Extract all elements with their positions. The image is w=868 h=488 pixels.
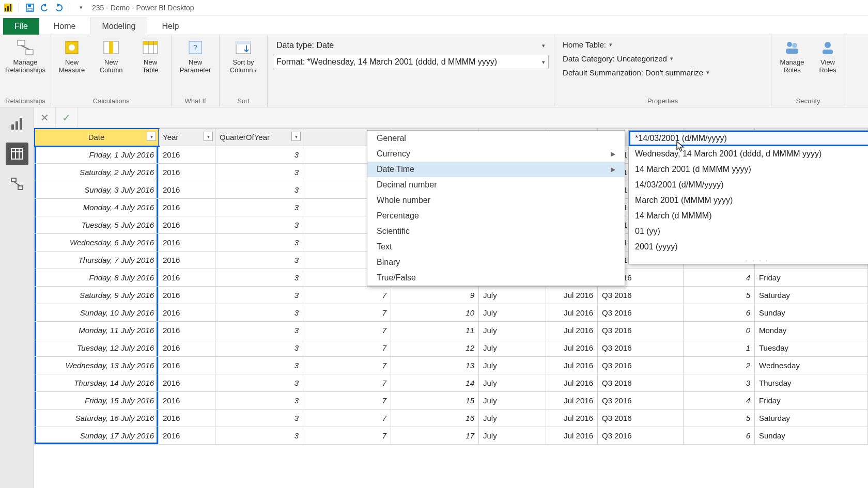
- cell-date[interactable]: Tuesday, 12 July 2016: [35, 339, 159, 357]
- cell[interactable]: Friday: [755, 392, 868, 410]
- cell[interactable]: 7: [303, 322, 391, 339]
- cell-quarter[interactable]: 3: [215, 392, 303, 410]
- format-menu-item[interactable]: Date Time▶: [367, 162, 625, 177]
- cell-date[interactable]: Friday, 1 July 2016: [35, 146, 159, 164]
- cell[interactable]: 4: [684, 392, 755, 410]
- new-table-button[interactable]: New Table: [135, 38, 166, 74]
- cell-quarter[interactable]: 3: [215, 164, 303, 181]
- table-row[interactable]: Saturday, 16 July 201620163716JulyJul 20…: [35, 410, 868, 427]
- cell-quarter[interactable]: 3: [215, 322, 303, 339]
- cell[interactable]: Q3 2016: [598, 322, 684, 339]
- cell[interactable]: Q3 2016: [598, 339, 684, 357]
- format-menu-item[interactable]: True/False: [367, 270, 625, 286]
- table-row[interactable]: Saturday, 9 July 20162016379JulyJul 2016…: [35, 287, 868, 304]
- cell[interactable]: 7: [303, 339, 391, 357]
- sort-by-column-button[interactable]: Sort by Column: [225, 38, 262, 74]
- cell[interactable]: Jul 2016: [546, 427, 598, 445]
- data-type-dropdown[interactable]: Data type: Date▾: [273, 38, 549, 53]
- tab-modeling[interactable]: Modeling: [90, 18, 147, 35]
- cell-date[interactable]: Wednesday, 6 July 2016: [35, 234, 159, 251]
- cell[interactable]: Thursday: [755, 374, 868, 392]
- column-header-year[interactable]: Year▾: [159, 129, 215, 146]
- cell[interactable]: 0: [684, 322, 755, 339]
- date-format-option[interactable]: March 2001 (MMMM yyyy): [629, 193, 868, 208]
- table-row[interactable]: Tuesday, 12 July 201620163712JulyJul 201…: [35, 339, 868, 357]
- cell[interactable]: 4: [684, 269, 755, 287]
- format-dropdown[interactable]: Format: *Wednesday, 14 March 2001 (dddd,…: [273, 55, 549, 69]
- cell-date[interactable]: Monday, 4 July 2016: [35, 199, 159, 216]
- cell[interactable]: Monday: [755, 322, 868, 339]
- cell[interactable]: July: [479, 304, 546, 322]
- cell-date[interactable]: Thursday, 7 July 2016: [35, 251, 159, 269]
- cell[interactable]: 7: [303, 427, 391, 445]
- qat-customize-icon[interactable]: ▾: [76, 3, 86, 12]
- cell[interactable]: Q3 2016: [598, 287, 684, 304]
- date-format-option[interactable]: *14/03/2001 (d/MM/yyyy): [629, 131, 868, 146]
- cell[interactable]: 7: [303, 287, 391, 304]
- cell-quarter[interactable]: 3: [215, 216, 303, 234]
- data-category-dropdown[interactable]: Data Category: Uncategorized▾: [560, 52, 766, 65]
- formula-cancel-button[interactable]: ✕: [34, 107, 56, 128]
- cell[interactable]: Jul 2016: [546, 287, 598, 304]
- date-format-option[interactable]: 2001 (yyyy): [629, 239, 868, 255]
- cell[interactable]: July: [479, 322, 546, 339]
- cell-quarter[interactable]: 3: [215, 181, 303, 199]
- cell[interactable]: Jul 2016: [546, 410, 598, 427]
- cell[interactable]: Wednesday: [755, 357, 868, 374]
- table-row[interactable]: Friday, 15 July 201620163715JulyJul 2016…: [35, 392, 868, 410]
- cell-quarter[interactable]: 3: [215, 269, 303, 287]
- column-header-quarter[interactable]: QuarterOfYear▾: [215, 129, 303, 146]
- format-menu-item[interactable]: General: [367, 131, 625, 146]
- table-row[interactable]: Sunday, 17 July 201620163717JulyJul 2016…: [35, 427, 868, 445]
- cell[interactable]: Saturday: [755, 410, 868, 427]
- view-roles-button[interactable]: View Roles: [816, 38, 840, 74]
- table-row[interactable]: Monday, 11 July 201620163711JulyJul 2016…: [35, 322, 868, 339]
- cell-date[interactable]: Wednesday, 13 July 2016: [35, 357, 159, 374]
- default-summarization-dropdown[interactable]: Default Summarization: Don't summarize▾: [560, 66, 766, 79]
- cell-year[interactable]: 2016: [159, 199, 215, 216]
- cell-quarter[interactable]: 3: [215, 357, 303, 374]
- cell-quarter[interactable]: 3: [215, 251, 303, 269]
- cell[interactable]: 17: [391, 427, 479, 445]
- cell[interactable]: 10: [391, 304, 479, 322]
- cell[interactable]: 7: [303, 374, 391, 392]
- cell[interactable]: 7: [303, 304, 391, 322]
- format-type-menu[interactable]: GeneralCurrency▶Date Time▶Decimal number…: [367, 130, 625, 286]
- cell-date[interactable]: Monday, 11 July 2016: [35, 322, 159, 339]
- cell-date[interactable]: Saturday, 16 July 2016: [35, 410, 159, 427]
- formula-commit-button[interactable]: ✓: [56, 107, 78, 128]
- cell-year[interactable]: 2016: [159, 251, 215, 269]
- cell-date[interactable]: Tuesday, 5 July 2016: [35, 216, 159, 234]
- cell-quarter[interactable]: 3: [215, 374, 303, 392]
- filter-icon[interactable]: ▾: [204, 132, 213, 141]
- date-format-option[interactable]: Wednesday, 14 March 2001 (dddd, d MMMM y…: [629, 146, 868, 162]
- cell-date[interactable]: Saturday, 9 July 2016: [35, 287, 159, 304]
- cell[interactable]: Jul 2016: [546, 374, 598, 392]
- cell-year[interactable]: 2016: [159, 339, 215, 357]
- formula-input[interactable]: [78, 107, 868, 128]
- cell-date[interactable]: Thursday, 14 July 2016: [35, 374, 159, 392]
- data-view-icon[interactable]: [6, 143, 28, 165]
- new-parameter-button[interactable]: ? New Parameter: [177, 38, 214, 74]
- cell[interactable]: Saturday: [755, 287, 868, 304]
- cell[interactable]: Q3 2016: [598, 357, 684, 374]
- cell-quarter[interactable]: 3: [215, 304, 303, 322]
- cell[interactable]: Q3 2016: [598, 374, 684, 392]
- cell[interactable]: Jul 2016: [546, 322, 598, 339]
- table-row[interactable]: Sunday, 10 July 201620163710JulyJul 2016…: [35, 304, 868, 322]
- cell-year[interactable]: 2016: [159, 287, 215, 304]
- cell[interactable]: July: [479, 357, 546, 374]
- cell[interactable]: Jul 2016: [546, 339, 598, 357]
- cell-year[interactable]: 2016: [159, 392, 215, 410]
- cell[interactable]: Jul 2016: [546, 357, 598, 374]
- cell-date[interactable]: Sunday, 3 July 2016: [35, 181, 159, 199]
- date-format-option[interactable]: 14 March (d MMMM): [629, 208, 868, 224]
- cell-year[interactable]: 2016: [159, 164, 215, 181]
- cell[interactable]: 7: [303, 357, 391, 374]
- cell[interactable]: July: [479, 287, 546, 304]
- cell-date[interactable]: Saturday, 2 July 2016: [35, 164, 159, 181]
- cell-year[interactable]: 2016: [159, 427, 215, 445]
- tab-file[interactable]: File: [3, 18, 39, 35]
- tab-help[interactable]: Help: [150, 18, 190, 35]
- manage-relationships-button[interactable]: Manage Relationships: [7, 38, 44, 74]
